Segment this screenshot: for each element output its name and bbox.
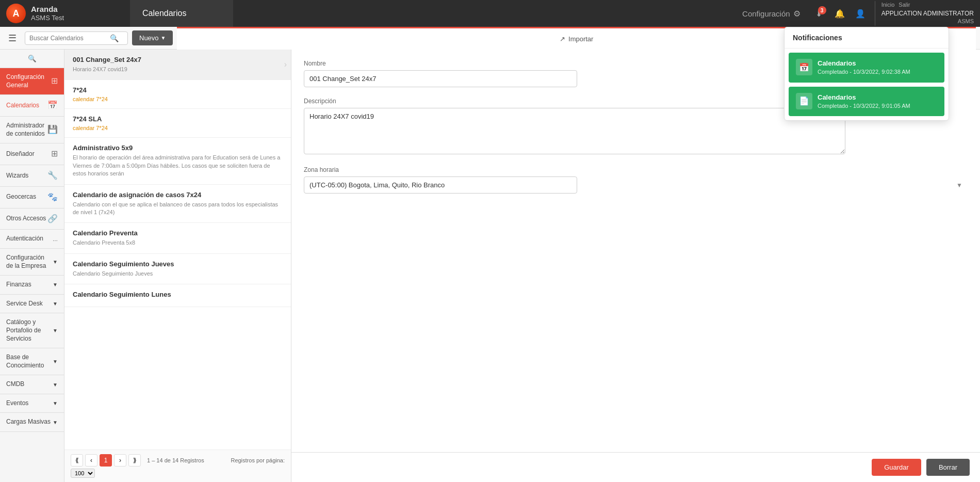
list-item[interactable]: Calendario Preventa Calendario Preventa …: [64, 223, 291, 253]
prev-page-button[interactable]: ‹: [85, 454, 97, 467]
next-page-button[interactable]: ›: [114, 454, 126, 467]
notification-doc-icon: 📄: [796, 93, 812, 109]
calendar-search-box: 🔍: [25, 31, 128, 45]
wizards-icon: 🔧: [47, 170, 58, 181]
sidebar-item-wizards[interactable]: Wizards 🔧: [0, 165, 64, 187]
base-conocimiento-chevron-icon: ▼: [53, 358, 58, 365]
hamburger-button[interactable]: ☰: [4, 30, 21, 46]
page-1-button[interactable]: 1: [100, 454, 112, 467]
list-item-desc: El horario de operación del área adminis…: [73, 154, 283, 178]
sidebar-item-administrador-contenidos[interactable]: Administrador de contenidos 💾: [0, 117, 64, 143]
sidebar: 🔍 Configuración General ⊞ Calendarios 📅 …: [0, 50, 64, 482]
notification-time: Completado - 10/3/2022, 9:02:38 AM: [818, 68, 910, 76]
list-item-subtitle: calendar 7*24: [73, 125, 283, 131]
timezone-select[interactable]: (UTC-05:00) Bogota, Lima, Quito, Rio Bra…: [304, 176, 577, 194]
delete-button[interactable]: Borrar: [926, 459, 970, 476]
autenticacion-chevron-icon: …: [53, 236, 58, 243]
list-item-desc: Horario 24X7 covid19: [73, 66, 283, 73]
asms-link[interactable]: ASMS: [881, 18, 974, 25]
config-label: Configuración ⚙: [742, 9, 801, 19]
user-name: APPLICATION ADMINISTRATOR: [881, 9, 974, 18]
list-item[interactable]: 001 Change_Set 24x7 Horario 24X7 covid19…: [64, 50, 291, 80]
list-item-title: Administrativo 5x9: [73, 144, 283, 152]
config-empresa-chevron-icon: ▼: [53, 259, 58, 265]
sidebar-item-configuracion-general[interactable]: Configuración General ⊞: [0, 68, 64, 95]
catalogo-chevron-icon: ▼: [53, 327, 58, 334]
cargas-masivas-chevron-icon: ▼: [53, 419, 58, 426]
sidebar-item-eventos[interactable]: Eventos ▼: [0, 394, 64, 413]
download-icon-btn[interactable]: ⬇ 3: [811, 5, 827, 22]
notification-item: 📄 Calendarios Completado - 10/3/2022, 9:…: [789, 87, 944, 117]
sidebar-item-config-empresa[interactable]: Configuración de la Empresa ▼: [0, 249, 64, 276]
otros-accesos-icon: 🔗: [47, 214, 58, 224]
list-item-title: 7*24: [73, 86, 283, 94]
sidebar-item-finanzas[interactable]: Finanzas ▼: [0, 276, 64, 295]
notification-text: Calendarios Completado - 10/3/2022, 9:01…: [818, 93, 910, 110]
gear-icon: ⚙: [793, 9, 801, 19]
list-item-title: Calendario Seguimiento Lunes: [73, 291, 283, 298]
name-input[interactable]: [304, 70, 577, 87]
notification-calendars-icon: 📅: [796, 59, 812, 75]
logo-text: Aranda ASMS Test: [31, 5, 64, 22]
sidebar-item-calendarios[interactable]: Calendarios 📅: [0, 95, 64, 117]
sidebar-item-service-desk[interactable]: Service Desk ▼: [0, 295, 64, 314]
list-item-subtitle: calendar 7*24: [73, 96, 283, 102]
list-item[interactable]: Administrativo 5x9 El horario de operaci…: [64, 138, 291, 184]
list-item[interactable]: 7*24 calendar 7*24: [64, 80, 291, 109]
sidebar-item-cargas-masivas[interactable]: Cargas Masivas ▼: [0, 413, 64, 432]
list-item-desc: Calendario Seguimiento Jueves: [73, 270, 283, 278]
list-item-arrow-icon: ›: [284, 60, 287, 69]
user-icon-btn[interactable]: 👤: [852, 5, 869, 22]
config-general-icon: ⊞: [51, 76, 58, 87]
per-page-select[interactable]: 100 50 25: [71, 469, 95, 478]
search-icon[interactable]: 🔍: [110, 34, 119, 42]
user-area: Inicio Salir APPLICATION ADMINISTRATOR A…: [875, 1, 974, 26]
notification-panel: Notificaciones 📅 Calendarios Completado …: [784, 27, 949, 121]
sidebar-item-otros-accesos[interactable]: Otros Accesos 🔗: [0, 208, 64, 230]
notification-item: 📅 Calendarios Completado - 10/3/2022, 9:…: [789, 53, 944, 83]
eventos-chevron-icon: ▼: [53, 400, 58, 407]
list-item[interactable]: 7*24 SLA calendar 7*24: [64, 109, 291, 138]
notification-title: Calendarios: [818, 93, 910, 102]
first-page-button[interactable]: ⟪: [71, 454, 83, 467]
list-item-title: 7*24 SLA: [73, 115, 283, 123]
bell-icon-btn[interactable]: 🔔: [831, 5, 848, 22]
inicio-link[interactable]: Inicio: [881, 1, 895, 9]
page-range: 1 – 14 de 14 Registros: [147, 457, 204, 463]
brand-name: Aranda: [31, 5, 64, 14]
save-button[interactable]: Guardar: [872, 459, 921, 476]
sidebar-search-icon: 🔍: [28, 55, 37, 62]
list-item[interactable]: Calendario Seguimiento Lunes: [64, 284, 291, 307]
list-items: 001 Change_Set 24x7 Horario 24X7 covid19…: [64, 50, 291, 449]
sidebar-item-geocercas[interactable]: Geocercas 🐾: [0, 187, 64, 208]
list-item-desc: Calendario con el que se aplica el balan…: [73, 201, 283, 217]
sidebar-item-disenador[interactable]: Diseñador ⊞: [0, 143, 64, 165]
salir-link[interactable]: Salir: [899, 1, 910, 9]
pagination-bar: ⟪ ‹ 1 › ⟫ 1 – 14 de 14 Registros Registr…: [64, 449, 291, 482]
service-desk-chevron-icon: ▼: [53, 300, 58, 307]
sidebar-item-catalogo[interactable]: Catálogo y Portafolio de Servicios ▼: [0, 313, 64, 348]
sidebar-item-autenticacion[interactable]: Autenticación …: [0, 230, 64, 249]
sidebar-item-cmdb[interactable]: CMDB ▼: [0, 375, 64, 394]
notification-panel-title: Notificaciones: [785, 27, 949, 49]
search-input[interactable]: [29, 35, 107, 42]
last-page-button[interactable]: ⟫: [128, 454, 141, 467]
per-page-label: Registros por página:: [231, 457, 285, 463]
list-item[interactable]: Calendario de asignación de casos 7x24 C…: [64, 185, 291, 223]
calendarios-icon: 📅: [47, 100, 58, 111]
list-item-title: Calendario de asignación de casos 7x24: [73, 191, 283, 199]
page-title: Calendarios: [130, 0, 233, 27]
sidebar-item-base-conocimiento[interactable]: Base de Conocimiento ▼: [0, 348, 64, 375]
new-button[interactable]: Nuevo ▼: [132, 30, 173, 45]
sidebar-search-button[interactable]: 🔍: [0, 50, 64, 68]
timezone-label: Zona horaria: [304, 166, 968, 173]
timezone-select-wrapper: (UTC-05:00) Bogota, Lima, Quito, Rio Bra…: [304, 176, 968, 194]
list-item[interactable]: Calendario Seguimiento Jueves Calendario…: [64, 254, 291, 284]
list-item-title: Calendario Seguimiento Jueves: [73, 260, 283, 268]
list-item-title: 001 Change_Set 24x7: [73, 56, 283, 63]
admin-contenidos-icon: 💾: [47, 124, 58, 135]
user-links: Inicio Salir: [881, 1, 974, 9]
import-icon: ↗: [560, 35, 565, 43]
import-button[interactable]: ↗ Importar: [560, 35, 593, 43]
desc-textarea[interactable]: Horario 24X7 covid19: [304, 108, 845, 154]
